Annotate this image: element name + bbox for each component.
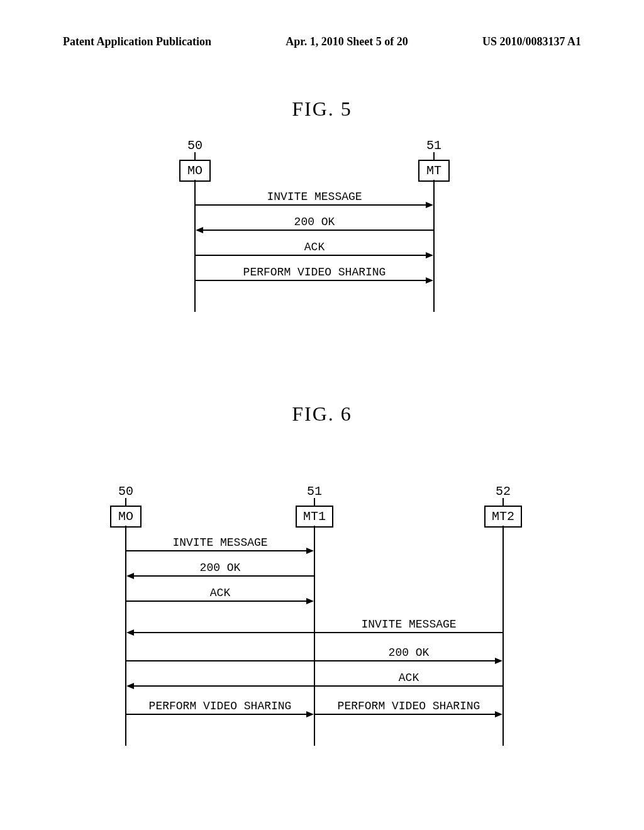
fig6-msg-invite2-label: INVITE MESSAGE (315, 618, 502, 631)
fig6-diagram: 50 MO 51 MT1 52 MT2 INVITE MESSAGE 200 O… (107, 484, 535, 748)
fig6-msg-200ok2-label: 200 OK (315, 646, 502, 659)
fig5-diagram: 50 MO 51 MT INVITE MESSAGE 200 OK ACK PE… (176, 138, 453, 327)
fig5-mo-num: 50 (182, 138, 208, 153)
header-center: Apr. 1, 2010 Sheet 5 of 20 (286, 35, 408, 48)
fig6-mt2-lifeline (502, 526, 504, 746)
fig5-msg-perform-label: PERFORM VIDEO SHARING (196, 266, 433, 279)
fig6-msg-perform-b-label: PERFORM VIDEO SHARING (315, 700, 502, 712)
fig5-mo-box: MO (179, 160, 211, 182)
fig6-mt2-num: 52 (491, 484, 516, 499)
fig6-mt1-lifeline (314, 526, 315, 746)
fig6-mt1-box: MT1 (296, 506, 333, 528)
fig6-title: FIG. 6 (0, 402, 644, 426)
fig6-mo-lifeline (125, 526, 126, 746)
fig5-msg-ack-label: ACK (196, 241, 433, 253)
fig5-mt-box: MT (418, 160, 450, 182)
fig5-mt-num: 51 (421, 138, 447, 153)
fig5-mt-lifeline (433, 180, 435, 312)
fig6-mo-tick (125, 498, 126, 506)
fig5-mo-tick (194, 152, 196, 160)
fig6-msg-invite1-label: INVITE MESSAGE (126, 536, 314, 549)
fig6-mo-box: MO (110, 506, 142, 528)
fig5-msg-invite-label: INVITE MESSAGE (196, 191, 433, 203)
patent-page: Patent Application Publication Apr. 1, 2… (0, 0, 644, 830)
fig5-title: FIG. 5 (0, 97, 644, 121)
page-header: Patent Application Publication Apr. 1, 2… (63, 35, 581, 48)
fig5-mt-tick (433, 152, 435, 160)
header-left: Patent Application Publication (63, 35, 211, 48)
fig6-msg-ack1-label: ACK (126, 587, 314, 599)
fig6-mo-num: 50 (113, 484, 138, 499)
fig6-msg-perform-a-label: PERFORM VIDEO SHARING (126, 700, 314, 712)
fig6-mt2-tick (502, 498, 504, 506)
fig6-msg-ack2-label: ACK (315, 672, 502, 684)
header-right: US 2010/0083137 A1 (482, 35, 581, 48)
fig6-mt2-box: MT2 (484, 506, 522, 528)
fig6-mt1-num: 51 (302, 484, 327, 499)
fig5-msg-200ok-label: 200 OK (196, 216, 433, 228)
fig6-msg-200ok1-label: 200 OK (126, 562, 314, 574)
fig6-mt1-tick (314, 498, 315, 506)
